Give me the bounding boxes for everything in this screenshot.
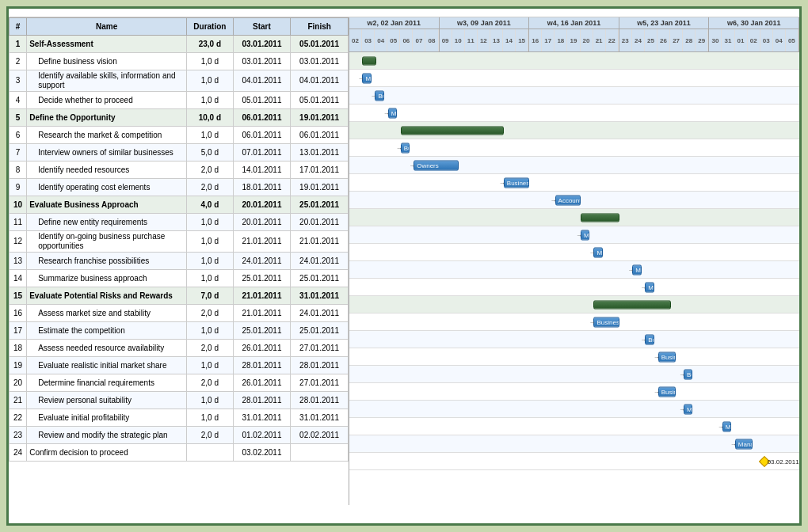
task-duration: 5,0 d xyxy=(187,144,234,162)
gantt-bar xyxy=(581,213,619,222)
task-finish: 19.01.2011 xyxy=(291,179,349,196)
task-duration: 2,0 d xyxy=(187,374,234,392)
gantt-bar-label: Business Advisor xyxy=(646,336,653,343)
task-finish: 04.01.2011 xyxy=(291,70,349,92)
task-number: 11 xyxy=(10,214,27,231)
task-name: Research the market & competition xyxy=(27,127,187,144)
table-row: 12Identify on-going business purchase op… xyxy=(10,231,349,253)
task-number: 14 xyxy=(10,270,27,287)
table-row: 5Define the Opportunity10,0 d06.01.20111… xyxy=(10,109,349,127)
day-label: 25 xyxy=(645,29,657,51)
task-finish: 21.01.2011 xyxy=(291,231,349,253)
day-label: 23 xyxy=(619,29,632,51)
gantt-arrow: → xyxy=(627,266,634,273)
table-row: 1Self-Assessment23,0 d03.01.201105.01.20… xyxy=(10,36,349,53)
gantt-week-3: w5, 23 Jan 201123242526272829 xyxy=(619,17,710,51)
task-number: 8 xyxy=(10,162,27,179)
gantt-bar-label: Manager xyxy=(684,405,692,412)
gantt-bar: Accountant xyxy=(555,195,581,205)
table-row: 10Evaluate Business Approach4,0 d20.01.2… xyxy=(10,196,349,214)
week-label: w6, 30 Jan 2011 xyxy=(709,17,798,29)
day-label: 06 xyxy=(400,29,413,51)
task-start: 25.01.2011 xyxy=(233,270,291,287)
gantt-row: 03.02.2011 xyxy=(349,453,799,470)
task-finish: 27.01.2011 xyxy=(291,340,349,357)
gantt-row xyxy=(349,52,799,70)
task-name: Identify needed resources xyxy=(27,162,187,179)
task-number: 7 xyxy=(10,144,27,162)
week-label: w4, 16 Jan 2011 xyxy=(529,17,619,29)
gantt-bar-label: Manager xyxy=(594,249,601,256)
table-row: 16Assess market size and stability2,0 d2… xyxy=(10,305,349,322)
col-header-name: Name xyxy=(27,18,187,36)
gantt-row: Business Advisor→ xyxy=(349,383,799,401)
table-row: 17Estimate the competition1,0 d25.01.201… xyxy=(10,322,349,340)
day-labels-row: 02030405060708 xyxy=(349,29,439,51)
task-finish: 17.01.2011 xyxy=(291,162,349,179)
gantt-arrow: → xyxy=(551,196,557,203)
gantt-row: Manager→ xyxy=(349,279,799,296)
task-name: Define new entity requirements xyxy=(27,214,187,231)
gantt-row: Business Advisor, Manager→ xyxy=(349,87,799,104)
day-label: 15 xyxy=(516,29,528,51)
table-row: 19Evaluate realistic initial market shar… xyxy=(10,357,349,374)
task-start: 04.01.2011 xyxy=(233,70,291,92)
task-name: Identify available skills, information a… xyxy=(27,70,187,92)
table-row: 6Research the market & competition1,0 d0… xyxy=(10,127,349,144)
task-duration: 2,0 d xyxy=(187,340,234,357)
gantt-arrow: → xyxy=(679,370,685,378)
task-duration: 23,0 d xyxy=(187,36,234,53)
day-labels-row: 16171819202122 xyxy=(529,29,619,51)
day-label: 04 xyxy=(773,29,786,51)
task-number: 16 xyxy=(10,305,27,322)
task-name: Determine financial requirements xyxy=(27,374,187,392)
gantt-arrow: → xyxy=(718,423,724,430)
table-row: 11Define new entity requirements1,0 d20.… xyxy=(10,214,349,231)
task-finish: 20.01.2011 xyxy=(291,214,349,231)
day-label: 29 xyxy=(696,29,708,51)
task-start: 28.01.2011 xyxy=(233,357,291,374)
day-labels-row: 09101112131415 xyxy=(440,29,529,51)
gantt-bar: Manager xyxy=(735,439,753,449)
week-label: w2, 02 Jan 2011 xyxy=(349,17,439,29)
gantt-arrow: → xyxy=(589,249,595,256)
gantt-arrow: → xyxy=(654,388,660,395)
task-name: Identify on-going business purchase oppo… xyxy=(27,231,187,253)
task-duration xyxy=(187,444,234,462)
gantt-row: Business Advisor→ xyxy=(349,366,799,383)
day-label: 10 xyxy=(452,29,465,51)
col-header-duration: Duration xyxy=(187,18,234,36)
gantt-week-4: w6, 30 Jan 201130310102030405 xyxy=(709,17,799,51)
day-label: 08 xyxy=(425,29,438,51)
day-label: 27 xyxy=(670,29,683,51)
day-labels-row: 23242526272829 xyxy=(619,29,709,51)
day-label: 03 xyxy=(362,29,375,51)
task-name: Review and modify the strategic plan xyxy=(27,427,187,444)
table-row: 9Identify operating cost elements2,0 d18… xyxy=(10,179,349,196)
gantt-row: Manager→ xyxy=(349,226,799,244)
gantt-row: Business Advisor→ xyxy=(349,348,799,366)
gantt-bar-label: Manager xyxy=(646,283,653,291)
gantt-header: w2, 02 Jan 201102030405060708w3, 09 Jan … xyxy=(349,17,799,52)
task-finish: 06.01.2011 xyxy=(291,127,349,144)
day-label: 24 xyxy=(632,29,645,51)
task-number: 4 xyxy=(10,92,27,109)
task-start: 31.01.2011 xyxy=(233,409,291,427)
day-label: 13 xyxy=(490,29,503,51)
task-start: 05.01.2011 xyxy=(233,92,291,109)
gantt-week-0: w2, 02 Jan 201102030405060708 xyxy=(349,17,440,51)
task-start: 01.02.2011 xyxy=(233,427,291,444)
task-start: 18.01.2011 xyxy=(233,179,291,196)
task-name: Decide whether to proceed xyxy=(27,92,187,109)
day-label: 17 xyxy=(542,29,555,51)
task-name: Interview owners of similar businesses xyxy=(27,144,187,162)
task-duration: 7,0 d xyxy=(187,287,234,305)
day-label: 21 xyxy=(593,29,606,51)
task-name: Define business vision xyxy=(27,53,187,70)
main-container: # Name Duration Start Finish 1Self-Asses… xyxy=(6,6,802,526)
task-finish: 19.01.2011 xyxy=(291,109,349,127)
table-row: 15Evaluate Potential Risks and Rewards7,… xyxy=(10,287,349,305)
gantt-row: Manager→ xyxy=(349,261,799,279)
task-duration: 1,0 d xyxy=(187,127,234,144)
task-start: 26.01.2011 xyxy=(233,374,291,392)
